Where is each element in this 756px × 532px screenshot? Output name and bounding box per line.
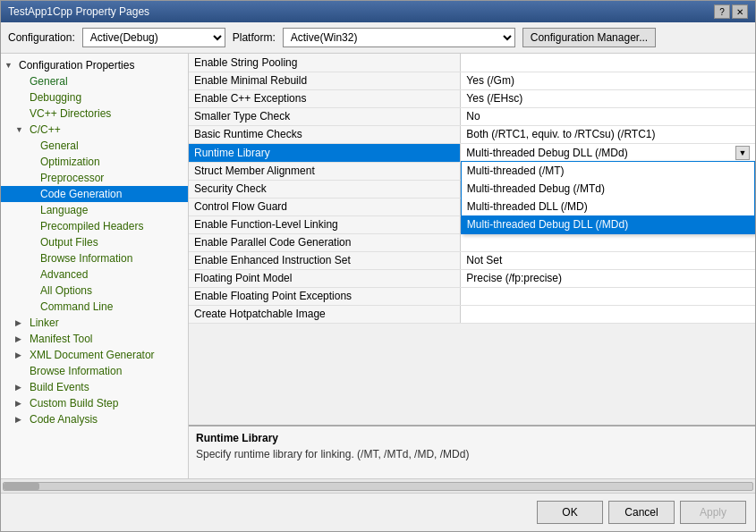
sidebar-item-vcpp-dirs[interactable]: VC++ Directories xyxy=(1,106,188,122)
sidebar: ▼Configuration PropertiesGeneralDebuggin… xyxy=(1,54,189,478)
sidebar-item-cpp[interactable]: ▼C/C++ xyxy=(1,122,188,138)
prop-value: Precise (/fp:precise) xyxy=(461,269,755,287)
tree-label-browse-info2: Browse Information xyxy=(30,365,122,377)
scrollbar-thumb[interactable] xyxy=(4,483,39,490)
tree-arrow-config-props: ▼ xyxy=(4,61,17,70)
window-title: TestApp1Cpp Property Pages xyxy=(8,5,149,18)
tree-arrow-cpp: ▼ xyxy=(15,125,28,134)
tree-label-preprocessor: Preprocessor xyxy=(40,172,104,184)
tree-label-vcpp-dirs: VC++ Directories xyxy=(30,107,111,120)
tree-label-code-analysis: Code Analysis xyxy=(30,413,98,426)
prop-value: Yes (/EHsc) xyxy=(461,89,755,107)
sidebar-item-optimization[interactable]: Optimization xyxy=(1,154,188,170)
sidebar-item-code-gen[interactable]: Code Generation xyxy=(1,186,188,202)
configuration-select[interactable]: Active(Debug) xyxy=(82,28,225,47)
prop-name: Runtime Library xyxy=(189,143,461,162)
prop-value[interactable]: Multi-threaded Debug DLL (/MDd)▼ xyxy=(461,143,755,162)
dropdown-option[interactable]: Multi-threaded DLL (/MD) xyxy=(462,198,754,215)
dropdown-option[interactable]: Multi-threaded Debug (/MTd) xyxy=(462,180,754,198)
prop-name: Control Flow Guard xyxy=(189,198,461,215)
prop-value xyxy=(461,287,755,305)
table-row[interactable]: Runtime LibraryMulti-threaded Debug DLL … xyxy=(189,143,755,162)
table-row[interactable]: Basic Runtime ChecksBoth (/RTC1, equiv. … xyxy=(189,125,755,143)
tree-label-general: General xyxy=(30,75,68,88)
table-row[interactable]: Floating Point ModelPrecise (/fp:precise… xyxy=(189,269,755,287)
dropdown-option[interactable]: Multi-threaded (/MT) xyxy=(462,162,754,180)
prop-name: Enable Parallel Code Generation xyxy=(189,233,461,251)
config-label: Configuration: xyxy=(8,31,75,44)
table-row[interactable]: Smaller Type CheckNo xyxy=(189,107,755,125)
sidebar-item-preprocessor[interactable]: Preprocessor xyxy=(1,170,188,186)
sidebar-item-cpp-general[interactable]: General xyxy=(1,138,188,154)
apply-button[interactable]: Apply xyxy=(680,501,746,524)
tree-arrow-build-events: ▶ xyxy=(15,383,28,392)
sidebar-item-xml-doc-gen[interactable]: ▶XML Document Generator xyxy=(1,347,188,363)
property-grid: Enable String PoolingEnable Minimal Rebu… xyxy=(189,54,755,425)
sidebar-item-browse-info[interactable]: Browse Information xyxy=(1,250,188,266)
sidebar-item-manifest-tool[interactable]: ▶Manifest Tool xyxy=(1,331,188,347)
tree-label-precompiled: Precompiled Headers xyxy=(40,220,143,232)
prop-name: Enable C++ Exceptions xyxy=(189,89,461,107)
sidebar-item-language[interactable]: Language xyxy=(1,202,188,218)
table-row[interactable]: Enable Parallel Code Generation xyxy=(189,233,755,251)
sidebar-item-code-analysis[interactable]: ▶Code Analysis xyxy=(1,411,188,427)
tree-label-browse-info: Browse Information xyxy=(40,252,132,265)
platform-select[interactable]: Active(Win32) xyxy=(283,28,515,47)
prop-value: Both (/RTC1, equiv. to /RTCsu) (/RTC1) xyxy=(461,125,755,143)
sidebar-item-advanced[interactable]: Advanced xyxy=(1,266,188,283)
ok-button[interactable]: OK xyxy=(537,501,603,524)
sidebar-item-browse-info2[interactable]: Browse Information xyxy=(1,363,188,379)
tree-label-linker: Linker xyxy=(30,317,59,329)
sidebar-item-output-files[interactable]: Output Files xyxy=(1,234,188,250)
prop-name: Enable Floating Point Exceptions xyxy=(189,287,461,305)
prop-name: Basic Runtime Checks xyxy=(189,125,461,143)
title-bar: TestApp1Cpp Property Pages ? ✕ xyxy=(1,1,755,22)
tree-arrow-custom-build: ▶ xyxy=(15,399,28,408)
prop-name: Enable String Pooling xyxy=(189,54,461,72)
sidebar-item-command-line[interactable]: Command Line xyxy=(1,299,188,315)
sidebar-scrollbar[interactable] xyxy=(1,478,755,493)
sidebar-item-general[interactable]: General xyxy=(1,73,188,89)
sidebar-item-config-props[interactable]: ▼Configuration Properties xyxy=(1,57,188,73)
prop-name: Enable Enhanced Instruction Set xyxy=(189,251,461,269)
table-row[interactable]: Enable Enhanced Instruction SetNot Set xyxy=(189,251,755,269)
sidebar-item-build-events[interactable]: ▶Build Events xyxy=(1,379,188,395)
table-row[interactable]: Enable Minimal RebuildYes (/Gm) xyxy=(189,72,755,89)
title-bar-buttons: ? ✕ xyxy=(714,4,748,19)
sidebar-item-debugging[interactable]: Debugging xyxy=(1,89,188,106)
tree-label-manifest-tool: Manifest Tool xyxy=(30,333,92,345)
sidebar-item-linker[interactable]: ▶Linker xyxy=(1,315,188,331)
main-content: ▼Configuration PropertiesGeneralDebuggin… xyxy=(1,54,755,478)
tree-label-xml-doc-gen: XML Document Generator xyxy=(30,349,155,361)
prop-name: Smaller Type Check xyxy=(189,107,461,125)
config-manager-button[interactable]: Configuration Manager... xyxy=(522,28,656,47)
platform-label: Platform: xyxy=(233,31,276,44)
tree-label-command-line: Command Line xyxy=(40,300,113,313)
sidebar-item-all-options[interactable]: All Options xyxy=(1,283,188,299)
tree-label-code-gen: Code Generation xyxy=(40,188,122,200)
tree-label-all-options: All Options xyxy=(40,284,92,297)
help-button[interactable]: ? xyxy=(714,4,730,19)
prop-value: No xyxy=(461,107,755,125)
prop-value: Yes (/Gm) xyxy=(461,72,755,89)
tree-arrow-xml-doc-gen: ▶ xyxy=(15,350,28,359)
table-row[interactable]: Enable Floating Point Exceptions xyxy=(189,287,755,305)
info-panel: Runtime Library Specify runtime library … xyxy=(189,425,755,478)
table-row[interactable]: Enable String Pooling xyxy=(189,54,755,72)
scrollbar-track[interactable] xyxy=(3,482,753,491)
sidebar-item-precompiled[interactable]: Precompiled Headers xyxy=(1,218,188,234)
sidebar-item-custom-build[interactable]: ▶Custom Build Step xyxy=(1,395,188,411)
table-row[interactable]: Create Hotpatchable Image xyxy=(189,305,755,323)
close-button[interactable]: ✕ xyxy=(732,4,748,19)
tree-label-custom-build: Custom Build Step xyxy=(30,397,118,410)
dropdown-option[interactable]: Multi-threaded Debug DLL (/MDd) xyxy=(462,215,754,233)
main-window: TestApp1Cpp Property Pages ? ✕ Configura… xyxy=(0,0,756,532)
cancel-button[interactable]: Cancel xyxy=(608,501,675,524)
dropdown-overlay: Multi-threaded (/MT)Multi-threaded Debug… xyxy=(461,161,755,234)
table-row[interactable]: Enable C++ ExceptionsYes (/EHsc) xyxy=(189,89,755,107)
dropdown-arrow-button[interactable]: ▼ xyxy=(735,146,750,160)
prop-name: Struct Member Alignment xyxy=(189,162,461,180)
toolbar: Configuration: Active(Debug) Platform: A… xyxy=(1,22,755,54)
prop-name: Floating Point Model xyxy=(189,269,461,287)
prop-name: Security Check xyxy=(189,180,461,198)
